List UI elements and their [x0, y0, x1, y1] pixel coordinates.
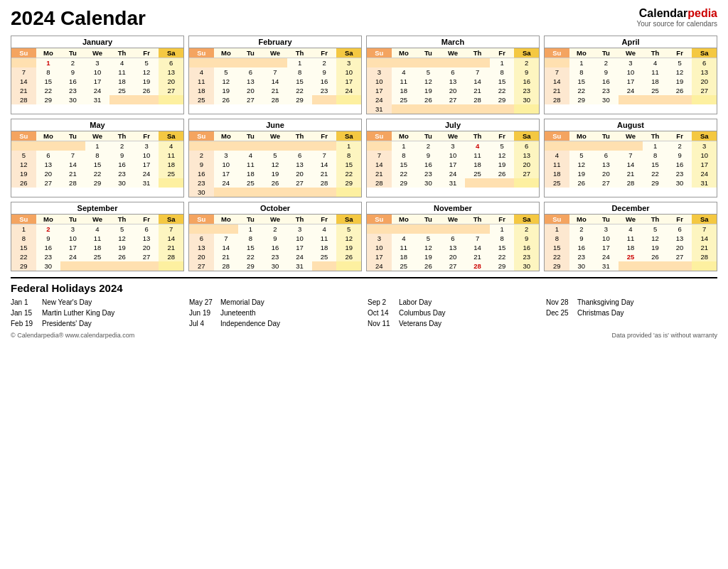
calendar-day: 31 [367, 104, 392, 114]
calendar-day: 6 [238, 67, 263, 77]
calendar-day: 13 [514, 151, 539, 160]
calendar-day: 25 [465, 169, 490, 178]
day-header-we: We [85, 48, 110, 58]
day-header-fr: Fr [490, 48, 515, 58]
calendar-day: 20 [159, 77, 183, 86]
calendar-day: 7 [312, 151, 337, 160]
calendar-day: 12 [490, 151, 515, 160]
calendar-day: 28 [60, 178, 85, 188]
calendar-day: 21 [465, 252, 490, 261]
day-header-su: Su [189, 131, 214, 141]
day-header-tu: Tu [238, 131, 263, 141]
calendar-day: 3 [287, 224, 312, 234]
calendar-day: 4 [392, 67, 417, 77]
day-header-tu: Tu [238, 215, 263, 224]
calendar-day: 25 [238, 178, 263, 188]
calendar-day [465, 58, 490, 68]
day-header-tu: Tu [594, 131, 619, 141]
calendar-day: 12 [569, 160, 594, 169]
calendar-day: 7 [692, 224, 717, 234]
calendar-day: 18 [85, 243, 110, 252]
calendar-day: 13 [441, 77, 466, 86]
calendar-day: 16 [514, 243, 539, 252]
calendar-day: 29 [11, 261, 36, 271]
holiday-row: Nov 28Thanksgiving Day [546, 297, 717, 308]
calendar-day: 1 [287, 58, 312, 68]
calendar-day: 29 [287, 95, 312, 104]
calendar-day: 15 [238, 243, 263, 252]
calendar-day: 1 [85, 141, 110, 151]
calendar-day: 25 [159, 169, 183, 178]
day-header-mo: Mo [214, 48, 239, 58]
day-header-tu: Tu [416, 48, 441, 58]
holiday-row: Nov 11Veterans Day [368, 318, 539, 329]
calendar-day: 7 [60, 151, 85, 160]
holiday-name: Presidents' Day [42, 318, 92, 329]
calendar-day: 30 [109, 178, 134, 188]
calendar-day: 11 [619, 234, 643, 243]
month-title: December [545, 202, 717, 215]
holiday-column: Nov 28Thanksgiving DayDec 25Christmas Da… [546, 297, 717, 329]
calendar-day: 18 [189, 86, 214, 95]
calendar-day: 1 [490, 224, 515, 234]
day-header-th: Th [287, 48, 312, 58]
calendar-day: 18 [159, 160, 183, 169]
calendar-day: 20 [514, 160, 539, 169]
calendar-day: 28 [312, 178, 337, 188]
calendar-day: 30 [60, 95, 85, 104]
calendar-day: 11 [189, 77, 214, 86]
calendar-day: 6 [514, 141, 539, 151]
holiday-row: Sep 2Labor Day [368, 297, 539, 308]
calendar-day: 21 [465, 86, 490, 95]
calendar-day: 26 [11, 178, 36, 188]
calendar-day [159, 261, 183, 271]
month-block-may: MaySuMoTuWeThFrSa 1234567891011121314151… [11, 119, 184, 197]
calendar-day: 3 [336, 58, 361, 68]
calendar-day: 2 [514, 224, 539, 234]
calendar-day: 23 [312, 86, 337, 95]
day-header-fr: Fr [490, 215, 515, 224]
calendar-day: 15 [287, 77, 312, 86]
calendar-day: 26 [214, 95, 239, 104]
calendar-day: 10 [594, 234, 619, 243]
calendar-day: 22 [238, 252, 263, 261]
calendar-day: 17 [367, 86, 392, 95]
calendar-day: 21 [367, 169, 392, 178]
calendar-day: 7 [11, 67, 36, 77]
calendar-day: 13 [594, 160, 619, 169]
calendar-day [312, 261, 337, 271]
calendar-day [392, 104, 417, 114]
calendar-day: 27 [134, 252, 159, 261]
calendar-day: 22 [336, 169, 361, 178]
calendar-day: 23 [109, 169, 134, 178]
footer: © Calendarpedia® www.calendarpedia.com D… [11, 332, 717, 339]
day-header-sa: Sa [692, 131, 717, 141]
day-header-su: Su [545, 131, 569, 141]
day-header-we: We [441, 48, 466, 58]
day-header-sa: Sa [514, 215, 539, 224]
calendar-day: 5 [416, 234, 441, 243]
calendar-day: 17 [336, 77, 361, 86]
calendar-day: 10 [214, 160, 239, 169]
calendar-day: 6 [159, 58, 183, 68]
calendar-day: 13 [441, 243, 466, 252]
calendar-day: 31 [134, 178, 159, 188]
calendar-day: 19 [668, 77, 692, 86]
calendar-day: 27 [441, 261, 466, 271]
holiday-name: Juneteenth [220, 308, 256, 318]
calendar-day: 12 [416, 77, 441, 86]
calendar-day: 18 [392, 252, 417, 261]
day-header-tu: Tu [238, 48, 263, 58]
calendar-day: 4 [85, 224, 110, 234]
calendar-day [514, 178, 539, 188]
calendar-day: 20 [692, 77, 717, 86]
calendar-day: 4 [545, 151, 569, 160]
calendar-day: 30 [514, 261, 539, 271]
calendar-day: 19 [416, 252, 441, 261]
month-title: April [545, 36, 717, 48]
day-header-mo: Mo [569, 48, 594, 58]
calendar-day: 29 [643, 178, 668, 188]
page-title: 2024 Calendar [11, 7, 146, 30]
calendar-day: 4 [312, 224, 337, 234]
calendar-day: 29 [490, 95, 515, 104]
